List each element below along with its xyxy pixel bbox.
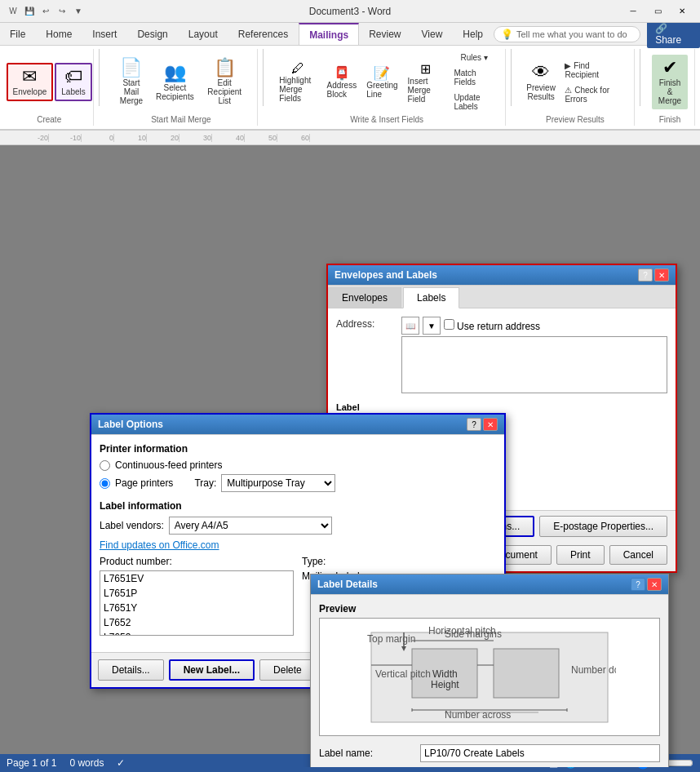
address-controls: 📖 ▼ Use return address bbox=[401, 317, 667, 335]
edit-recipient-icon: 📋 bbox=[214, 59, 236, 77]
ribbon-content: ✉ Envelope 🏷 Labels Create 📄 Start MailM… bbox=[0, 46, 700, 130]
find-updates-link[interactable]: Find updates on Office.com bbox=[100, 539, 496, 551]
tab-design[interactable]: Design bbox=[127, 23, 178, 45]
check-errors-button[interactable]: ⚠ Check for Errors bbox=[560, 83, 627, 106]
find-recipient-button[interactable]: ▶ Find Recipient bbox=[560, 59, 627, 82]
match-fields-label: Match Fields bbox=[454, 69, 494, 87]
update-labels-button[interactable]: Update Labels bbox=[450, 91, 498, 113]
greeting-line-button[interactable]: 📝 GreetingLine bbox=[362, 63, 401, 101]
epostage-button[interactable]: E-postage Properties... bbox=[539, 516, 667, 537]
env-labels-help[interactable]: ? bbox=[638, 268, 653, 282]
edit-recipient-list-button[interactable]: 📋 EditRecipient List bbox=[198, 55, 250, 109]
label-diagram-svg: Number down Width Height Side margins To… bbox=[363, 624, 616, 730]
rules-group: Rules ▾ Match Fields Update Labels bbox=[450, 51, 498, 113]
redo-icon[interactable]: ↪ bbox=[55, 5, 69, 18]
product-L7651Y[interactable]: L7651Y bbox=[100, 601, 293, 615]
product-L7651P[interactable]: L7651P bbox=[100, 586, 293, 601]
label-info-right-title: Type: bbox=[302, 556, 496, 567]
address-dropdown-icon[interactable]: ▼ bbox=[423, 317, 441, 335]
labels-label: Labels bbox=[61, 87, 85, 96]
tab-help[interactable]: Help bbox=[453, 23, 494, 45]
ld-close[interactable]: ✕ bbox=[647, 578, 662, 591]
details-button[interactable]: Details... bbox=[98, 659, 164, 681]
product-list[interactable]: L7651EV L7651P L7651Y L7652 L7653 L7654 bbox=[100, 570, 294, 636]
lo-close[interactable]: ✕ bbox=[483, 418, 498, 431]
ruler-marks: -20 -10 0 10 20 30 40 50 60 bbox=[16, 134, 700, 142]
ribbon-group-write-insert: 🖊 HighlightMerge Fields 📮 AddressBlock 📝… bbox=[268, 49, 506, 126]
greeting-label: GreetingLine bbox=[366, 81, 397, 99]
svg-text:Width: Width bbox=[432, 668, 458, 680]
restore-button[interactable]: ▭ bbox=[646, 2, 669, 20]
continuous-feed-radio[interactable] bbox=[100, 460, 110, 471]
tab-mailings[interactable]: Mailings bbox=[299, 23, 359, 45]
lo-controls: ? ✕ bbox=[467, 418, 498, 431]
save-icon[interactable]: 💾 bbox=[23, 5, 36, 18]
minimize-button[interactable]: ─ bbox=[622, 2, 645, 20]
use-return-label: Use return address bbox=[444, 319, 540, 332]
page-printers-label: Page printers bbox=[115, 477, 173, 489]
rules-button[interactable]: Rules ▾ bbox=[450, 51, 498, 64]
rules-label: Rules ▾ bbox=[460, 53, 487, 62]
tab-layout[interactable]: Layout bbox=[179, 23, 228, 45]
product-L7653[interactable]: L7653 bbox=[100, 630, 293, 636]
find-recipient-label: ▶ Find Recipient bbox=[565, 61, 623, 79]
env-labels-close[interactable]: ✕ bbox=[654, 268, 669, 282]
update-labels-label: Update Labels bbox=[454, 93, 494, 111]
label-name-label: Label name: bbox=[319, 748, 417, 759]
address-book-icon[interactable]: 📖 bbox=[401, 317, 419, 335]
label-options-title: Label Options bbox=[98, 419, 163, 430]
check-errors-label: ⚠ Check for Errors bbox=[565, 86, 623, 104]
envelope-button[interactable]: ✉ Envelope bbox=[7, 63, 54, 101]
labels-button[interactable]: 🏷 Labels bbox=[55, 63, 91, 101]
tab-home[interactable]: Home bbox=[36, 23, 82, 45]
env-labels-title: Envelopes and Labels bbox=[334, 269, 437, 281]
delete-button[interactable]: Delete bbox=[259, 659, 316, 681]
tab-envelopes[interactable]: Envelopes bbox=[328, 287, 401, 308]
ld-help[interactable]: ? bbox=[631, 578, 645, 591]
env-cancel-button[interactable]: Cancel bbox=[609, 545, 667, 565]
insert-merge-icon: ⊞ bbox=[420, 61, 431, 77]
labels-icon: 🏷 bbox=[64, 68, 82, 86]
address-block-button[interactable]: 📮 AddressBlock bbox=[323, 63, 361, 101]
tab-review[interactable]: Review bbox=[359, 23, 411, 45]
finish-items: ✔ Finish &Merge bbox=[652, 51, 688, 113]
address-block-icon: 📮 bbox=[334, 65, 350, 81]
tab-file[interactable]: File bbox=[0, 23, 36, 45]
lo-help[interactable]: ? bbox=[467, 418, 481, 431]
tab-labels[interactable]: Labels bbox=[403, 287, 459, 308]
tell-me-box[interactable]: 💡 Tell me what you want to do bbox=[494, 26, 640, 42]
select-recipients-button[interactable]: 👥 SelectRecipients bbox=[153, 60, 197, 105]
print-button[interactable]: Print bbox=[556, 545, 605, 565]
undo-icon[interactable]: ↩ bbox=[39, 5, 52, 18]
proofing-icon: ✓ bbox=[117, 757, 125, 769]
label-name-input[interactable] bbox=[420, 744, 660, 762]
new-label-button[interactable]: New Label... bbox=[169, 659, 255, 681]
tab-view[interactable]: View bbox=[412, 23, 454, 45]
close-button[interactable]: ✕ bbox=[671, 2, 693, 20]
envelope-icon: ✉ bbox=[22, 68, 37, 86]
tab-references[interactable]: References bbox=[228, 23, 299, 45]
envelope-label: Envelope bbox=[13, 87, 47, 96]
preview-label: PreviewResults bbox=[526, 83, 556, 101]
preview-results-button[interactable]: 👁 PreviewResults bbox=[523, 60, 560, 105]
tray-select[interactable]: Multipurpose Tray bbox=[221, 474, 335, 492]
start-mail-merge-label: Start MailMerge bbox=[117, 78, 146, 105]
env-tabs: Envelopes Labels bbox=[328, 286, 676, 308]
share-button[interactable]: 🔗 Share bbox=[647, 20, 700, 48]
window-controls: ─ ▭ ✕ bbox=[622, 2, 693, 20]
product-L7652[interactable]: L7652 bbox=[100, 615, 293, 630]
address-input[interactable] bbox=[401, 336, 667, 393]
page-printers-radio[interactable] bbox=[100, 478, 110, 489]
start-mail-merge-button[interactable]: 📄 Start MailMerge bbox=[111, 55, 152, 109]
product-L7651EV[interactable]: L7651EV bbox=[100, 571, 293, 586]
use-return-checkbox[interactable] bbox=[444, 319, 454, 330]
insert-merge-field-button[interactable]: ⊞ Insert MergeField bbox=[404, 59, 449, 106]
create-items: ✉ Envelope 🏷 Labels bbox=[7, 51, 92, 113]
ribbon-group-start-mail-merge: 📄 Start MailMerge 👥 SelectRecipients 📋 E… bbox=[104, 49, 258, 126]
tab-insert[interactable]: Insert bbox=[82, 23, 127, 45]
customize-icon[interactable]: ▼ bbox=[72, 5, 85, 18]
vendors-select[interactable]: Avery A4/A5 bbox=[169, 517, 332, 535]
finish-merge-button[interactable]: ✔ Finish &Merge bbox=[652, 55, 688, 109]
highlight-merge-button[interactable]: 🖊 HighlightMerge Fields bbox=[275, 59, 321, 105]
match-fields-button[interactable]: Match Fields bbox=[450, 66, 498, 89]
